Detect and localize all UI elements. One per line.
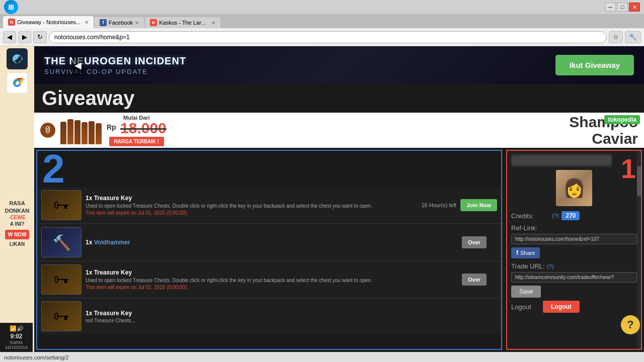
status-bar: notoriouses.com/setlang/2 xyxy=(0,352,644,362)
extensions-button[interactable]: 🔧 xyxy=(625,31,641,43)
left-sidebar: RASA DONKAN -CEWE A INI? W NOW LIKAN xyxy=(0,46,34,352)
ad-sidebar-text4: A INI? xyxy=(10,221,25,227)
hero-banner: THE NEUROGEN INCIDENT SURVIVAL CO-OP UPD… xyxy=(34,46,644,84)
over-button-3[interactable]: Over xyxy=(462,274,487,286)
ad-sidebar-text3: -CEWE xyxy=(9,214,25,221)
tab-favicon-fb: f xyxy=(100,19,107,26)
item-row-3: 🗝 1x Treasure Key Used to open locked Tr… xyxy=(37,261,501,298)
status-url: notoriouses.com/setlang/2 xyxy=(4,354,68,360)
close-button[interactable]: ✕ xyxy=(629,3,640,12)
tab-facebook[interactable]: f Facebook ✕ xyxy=(95,17,144,28)
item-action-2: Over xyxy=(462,236,497,248)
hero-left: THE NEUROGEN INCIDENT SURVIVAL CO-OP UPD… xyxy=(44,55,186,75)
tab-favicon-n: N xyxy=(8,19,15,26)
item-name-1: 1x Treasure Key xyxy=(86,195,132,202)
taskbar-date: 16/10/2014 xyxy=(5,345,28,350)
tokopedia-logo: tokopedia xyxy=(604,115,640,124)
taskbar-clock: 📶🔊 9:02 Kamis 16/10/2014 xyxy=(0,323,33,352)
hero-subtitle: SURVIVAL CO-OP UPDATE xyxy=(44,68,186,75)
item-title-1: 1x Treasure Key xyxy=(86,195,412,202)
ad-sidebar: RASA DONKAN -CEWE A INI? W NOW LIKAN xyxy=(2,97,32,350)
tab-label-kaskus: Kaskus - The Largest Indo... xyxy=(159,20,209,26)
item-info-1: 1x Treasure Key Used to open locked Trea… xyxy=(86,195,412,216)
credits-question[interactable]: (?) xyxy=(552,213,558,219)
item-image-4: 🗝 xyxy=(41,301,82,331)
scrollbar-thumb[interactable] xyxy=(637,166,641,196)
browser-window: ⊞ ─ □ ✕ N Giveaway - Notoriouses... ✕ f … xyxy=(0,0,644,362)
taskbar-day: Kamis xyxy=(10,340,23,345)
windows-start-icon[interactable]: ⊞ xyxy=(4,0,18,14)
taskbar-time: 9:02 xyxy=(10,333,22,340)
ad-sidebar-fish-text: LIKAN xyxy=(10,241,25,247)
item-prefix-2: 1x xyxy=(86,239,94,246)
join-now-button[interactable]: Join Now xyxy=(460,199,497,211)
hero-title: THE NEUROGEN INCIDENT xyxy=(44,55,186,67)
item-title-2: 1x Voidhammer xyxy=(86,239,458,246)
ad-currency: Rp xyxy=(107,124,116,131)
tab-kaskus[interactable]: K Kaskus - The Largest Indo... ✕ xyxy=(145,17,220,28)
credits-label: Credits: xyxy=(511,212,549,220)
logout-row: Logout Logout xyxy=(511,301,637,313)
save-button[interactable]: Save xyxy=(511,286,541,298)
star-button[interactable]: ☆ xyxy=(609,31,623,43)
step-number: 2 xyxy=(42,151,65,187)
ad-banner: 🛢 Mulai Dari Rp 18.000 HARGA TERBAIK ! xyxy=(34,113,644,148)
refresh-button[interactable]: ↻ xyxy=(33,31,47,43)
address-bar[interactable]: notoriouses.com/home&p=1 xyxy=(49,31,607,43)
item-desc-1: Used to open locked Treasure Chests. Dou… xyxy=(86,203,412,209)
tab-close-giveaway[interactable]: ✕ xyxy=(85,20,89,25)
page-area: RASA DONKAN -CEWE A INI? W NOW LIKAN THE… xyxy=(0,46,644,352)
ad-price-section: Mulai Dari Rp 18.000 HARGA TERBAIK ! xyxy=(107,115,167,146)
share-label: Share xyxy=(520,250,535,256)
forward-button[interactable]: ▶ xyxy=(18,31,31,43)
item-action-3: Over xyxy=(462,274,497,286)
fb-icon: f xyxy=(516,249,518,256)
tab-favicon-kaskus: K xyxy=(150,19,157,26)
item-info-2: 1x Voidhammer xyxy=(86,239,458,246)
minimize-button[interactable]: ─ xyxy=(605,3,616,12)
rank-number: 1 xyxy=(621,155,636,182)
item-expire-1: This item will expire on Jul 01, 2015 (0… xyxy=(86,210,412,216)
ad-sidebar-text1: RASA xyxy=(9,200,25,207)
item-info-4: 1x Treasure Key red Treasure Chests... xyxy=(86,310,497,323)
item-image-1: 🗝 xyxy=(41,190,82,220)
item-row-1: 🗝 1x Treasure Key Used to open locked Tr… xyxy=(37,187,501,224)
user-avatar: 👩 xyxy=(556,170,592,206)
item-desc-4: red Treasure Chests... xyxy=(86,318,497,323)
item-row-4: 🗝 1x Treasure Key red Treasure Chests... xyxy=(37,298,501,334)
ikut-giveaway-button[interactable]: Ikut Giveaway xyxy=(555,55,634,75)
share-row: f Share xyxy=(511,247,637,258)
back-button[interactable]: ◀ xyxy=(3,31,16,43)
nav-bar: ◀ ▶ ↻ notoriouses.com/home&p=1 ☆ 🔧 xyxy=(0,28,644,46)
item-image-3: 🗝 xyxy=(41,264,82,295)
item-title-4: 1x Treasure Key xyxy=(86,310,497,317)
harga-terbaik-btn[interactable]: HARGA TERBAIK ! xyxy=(109,137,165,146)
tab-close-kaskus[interactable]: ✕ xyxy=(211,20,215,26)
nav-left-arrow[interactable]: ◀ xyxy=(72,55,84,76)
user-username-bar xyxy=(511,155,612,166)
tab-giveaway[interactable]: N Giveaway - Notoriouses... ✕ xyxy=(3,16,94,28)
trade-url-input[interactable]: http://steamcommunity.com/tradeoffer/new… xyxy=(511,272,637,283)
share-button[interactable]: f Share xyxy=(511,247,540,258)
tab-close-facebook[interactable]: ✕ xyxy=(135,20,139,26)
credits-row: Credits: (?) 270 xyxy=(511,211,637,220)
reflink-input[interactable]: http://notoriouses.com/home&ref=107 xyxy=(511,234,637,244)
giveaway-title-section: Giveaway xyxy=(34,84,644,113)
item-link-2[interactable]: Voidhammer xyxy=(94,239,130,246)
tab-label-facebook: Facebook xyxy=(109,20,133,26)
content-row: 2 🗝 1x Treasure Key Used to open locked … xyxy=(34,148,644,352)
item-image-2: 🔨 xyxy=(41,227,82,257)
item-desc-3: Used to open locked Treasure Chests. Dou… xyxy=(86,277,458,284)
maximize-button[interactable]: □ xyxy=(617,3,628,12)
logout-button[interactable]: Logout xyxy=(543,301,580,313)
tab-label-giveaway: Giveaway - Notoriouses... xyxy=(17,19,80,25)
ad-sidebar-btn[interactable]: W NOW xyxy=(5,230,30,239)
chrome-icon[interactable] xyxy=(7,72,28,94)
item-row-2: 🔨 1x Voidhammer Over xyxy=(37,224,501,261)
over-button-2[interactable]: Over xyxy=(462,236,487,248)
help-button[interactable]: ? xyxy=(621,315,640,334)
item-time-1: 16 Hour(s) left xyxy=(416,202,456,208)
taskbar-network-sound: 📶🔊 xyxy=(10,325,24,332)
trade-url-question[interactable]: (?) xyxy=(547,263,553,269)
steam-icon[interactable] xyxy=(7,48,28,69)
